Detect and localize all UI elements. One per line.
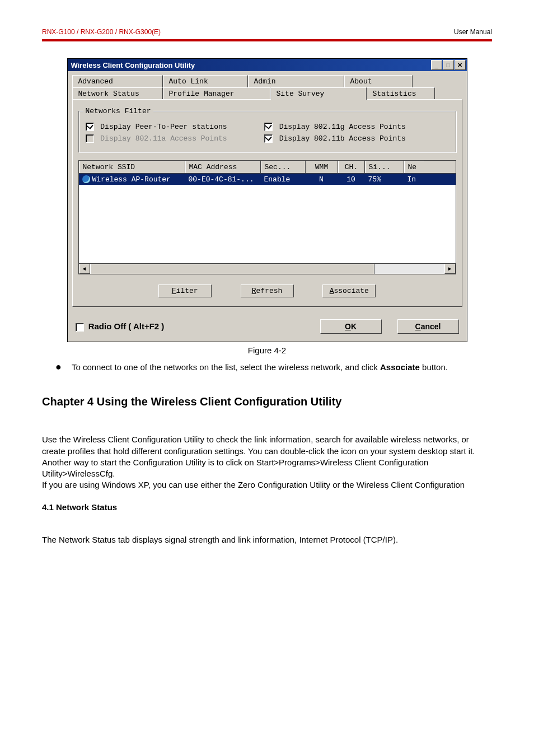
checkbox-peer[interactable]	[86, 123, 94, 131]
cell-wmm: N	[306, 174, 338, 185]
col-ssid[interactable]: Network SSID	[79, 161, 185, 173]
cancel-button[interactable]: Cancel	[397, 319, 459, 334]
label-80211b: Display 802.11b Access Points	[279, 134, 406, 143]
col-mac[interactable]: MAC Address	[185, 161, 261, 173]
figure-caption: Figure 4-2	[42, 346, 492, 355]
label-80211a: Display 802.11a Access Points	[100, 134, 227, 143]
label-80211g: Display 802.11g Access Points	[279, 123, 406, 131]
manual-label: User Manual	[454, 28, 492, 36]
checkbox-80211b[interactable]	[264, 134, 273, 143]
table-row[interactable]: Wireless AP-Router 00-E0-4C-81-... Enabl…	[79, 174, 456, 185]
col-ne[interactable]: Ne	[404, 161, 424, 173]
page-header: RNX-G100 / RNX-G200 / RNX-G300(E) User M…	[42, 28, 492, 36]
minimize-button[interactable]: _	[431, 60, 442, 70]
tab-panel: Networks Filter Display Peer-To-Peer sta…	[72, 99, 462, 307]
tab-row-2: Network Status Profile Manager Site Surv…	[72, 87, 462, 99]
scroll-left-icon[interactable]: ◄	[79, 264, 90, 274]
tab-profile-manager[interactable]: Profile Manager	[163, 87, 270, 100]
maximize-button: □	[443, 60, 454, 70]
wireless-config-dialog: Wireless Client Configuration Utility _ …	[67, 58, 467, 342]
table-row[interactable]	[79, 252, 456, 263]
group-legend: Networks Filter	[83, 107, 153, 115]
scroll-right-icon[interactable]: ►	[444, 264, 456, 274]
dialog-titlebar: Wireless Client Configuration Utility _ …	[68, 59, 467, 71]
section-paragraph: The Network Status tab displays signal s…	[42, 534, 492, 545]
refresh-button[interactable]: Refresh	[241, 284, 294, 297]
cell-sec: Enable	[261, 174, 306, 185]
wifi-icon	[82, 175, 90, 183]
ok-button[interactable]: OK	[320, 319, 382, 334]
tab-auto-link[interactable]: Auto Link	[163, 75, 248, 87]
tab-advanced[interactable]: Advanced	[72, 75, 163, 87]
bullet-icon: ●	[55, 362, 62, 373]
associate-button[interactable]: Associate	[322, 284, 376, 297]
checkbox-80211g[interactable]	[264, 123, 273, 131]
table-row[interactable]	[79, 241, 456, 252]
tab-admin[interactable]: Admin	[248, 75, 344, 87]
filter-button[interactable]: Filter	[158, 284, 212, 297]
intro-paragraph: Use the Wireless Client Configuration Ut…	[42, 434, 492, 491]
checkbox-radio-off[interactable]	[76, 323, 84, 332]
cell-si: 75%	[365, 174, 404, 185]
cell-mac: 00-E0-4C-81-...	[185, 174, 261, 185]
label-radio-off: Radio Off ( Alt+F2 )	[88, 321, 165, 331]
tab-row-1: Advanced Auto Link Admin About	[72, 74, 462, 87]
col-wmm[interactable]: WMM	[306, 161, 338, 173]
cell-ssid: Wireless AP-Router	[92, 175, 171, 184]
close-button[interactable]: ✕	[455, 60, 466, 70]
model-list: RNX-G100 / RNX-G200 / RNX-G300(E)	[42, 28, 161, 36]
cell-ne: In	[404, 174, 424, 185]
tab-network-status[interactable]: Network Status	[72, 87, 163, 100]
table-row[interactable]	[79, 185, 456, 196]
bullet-item: ● To connect to one of the networks on t…	[55, 362, 486, 373]
dialog-title: Wireless Client Configuration Utility	[71, 61, 431, 69]
tab-statistics[interactable]: Statistics	[367, 87, 435, 100]
table-row[interactable]	[79, 196, 456, 207]
h-scrollbar[interactable]: ◄ ►	[79, 263, 456, 274]
networks-filter-group: Networks Filter Display Peer-To-Peer sta…	[78, 111, 456, 152]
tab-site-survey[interactable]: Site Survey	[270, 87, 367, 100]
checkbox-80211a	[86, 134, 94, 143]
networks-table[interactable]: Network SSID MAC Address Sec... WMM CH. …	[78, 160, 456, 274]
col-sec[interactable]: Sec...	[261, 161, 306, 173]
scroll-thumb[interactable]	[90, 264, 374, 274]
chapter-heading: Chapter 4 Using the Wireless Client Conf…	[42, 395, 492, 408]
section-heading: 4.1 Network Status	[42, 502, 492, 512]
table-row[interactable]	[79, 230, 456, 241]
header-rule	[42, 39, 492, 41]
table-row[interactable]	[79, 218, 456, 230]
table-header: Network SSID MAC Address Sec... WMM CH. …	[79, 161, 456, 174]
col-ch[interactable]: CH.	[338, 161, 365, 173]
col-si[interactable]: Si...	[365, 161, 404, 173]
tab-about[interactable]: About	[344, 75, 413, 87]
table-row[interactable]	[79, 207, 456, 218]
label-peer: Display Peer-To-Peer stations	[100, 123, 227, 131]
cell-ch: 10	[338, 174, 365, 185]
